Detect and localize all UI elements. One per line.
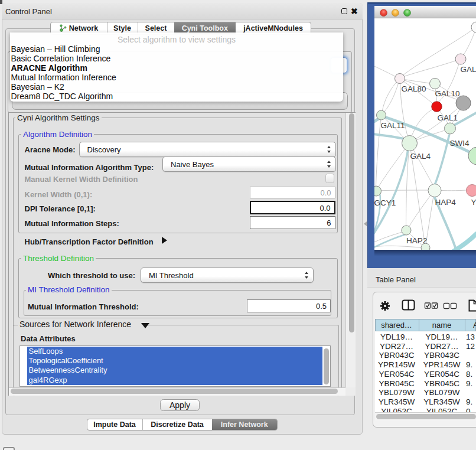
svg-text:GAL1: GAL1 (437, 113, 458, 122)
svg-text:HAP2: HAP2 (406, 236, 427, 245)
svg-text:GAL10: GAL10 (435, 89, 459, 98)
svg-text:HAP4: HAP4 (435, 198, 456, 207)
svg-text:GAL4: GAL4 (410, 152, 431, 161)
svg-text:SWI4: SWI4 (449, 139, 469, 148)
svg-text:GAL11: GAL11 (380, 121, 405, 130)
svg-text:GCY1: GCY1 (374, 198, 396, 207)
svg-text:Y: Y (471, 198, 476, 207)
svg-text:GAL: GAL (460, 65, 476, 74)
svg-text:GAL80: GAL80 (401, 84, 426, 93)
